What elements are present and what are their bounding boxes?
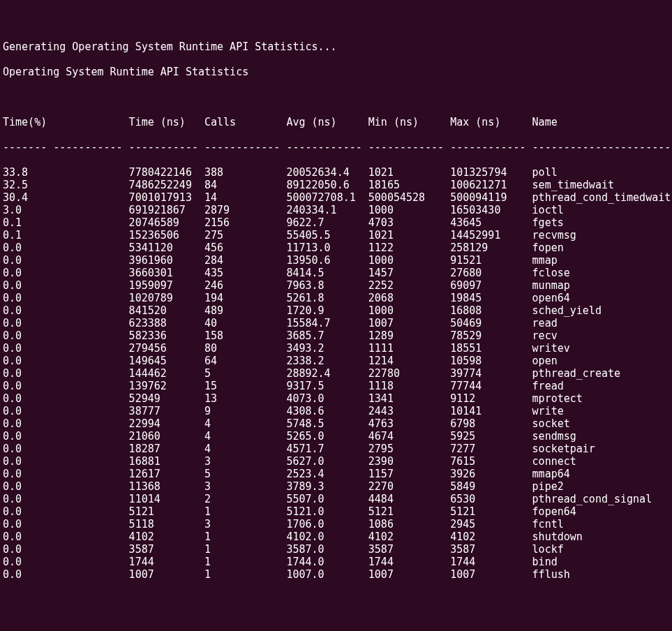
blank-line (3, 618, 672, 631)
os-api-stats-row: 0.0 139762 15 9317.5 1118 77744 fread (3, 380, 672, 392)
os-api-stats-row: 0.0 21060 4 5265.0 4674 5925 sendmsg (3, 430, 672, 443)
os-api-stats-row: 0.0 38777 9 4308.6 2443 10141 write (3, 405, 672, 417)
os-api-stats-row: 0.0 149645 64 2338.2 1214 10598 open (3, 355, 672, 367)
os-api-stats-row: 0.0 1959097 246 7963.8 2252 69097 munmap (3, 279, 672, 292)
os-api-stats-row: 0.0 1744 1 1744.0 1744 1744 bind (3, 556, 672, 568)
os-api-stats-row: 0.0 623388 40 15584.7 1007 50469 read (3, 317, 672, 329)
os-api-stats-row: 32.5 7486252249 84 89122050.6 18165 1006… (3, 179, 672, 191)
os-api-stats-row: 0.0 18287 4 4571.7 2795 7277 socketpair (3, 443, 672, 455)
blank-line (3, 91, 672, 103)
os-api-stats-row: 0.0 52949 13 4073.0 1341 9112 mprotect (3, 392, 672, 405)
os-api-stats-row: 33.8 7780422146 388 20052634.4 1021 1013… (3, 166, 672, 179)
section1-separator-row: ------- ----------- ----------- --------… (3, 141, 672, 154)
section1-gen-line: Generating Operating System Runtime API … (3, 40, 672, 53)
section1-title-line: Operating System Runtime API Statistics (3, 66, 672, 78)
os-api-stats-row: 0.0 11368 3 3789.3 2270 5849 pipe2 (3, 480, 672, 493)
os-api-stats-row: 0.0 144462 5 28892.4 22780 39774 pthread… (3, 367, 672, 380)
os-api-stats-row: 0.0 279456 80 3493.2 1111 18551 writev (3, 342, 672, 355)
os-api-stats-row: 0.0 5341120 456 11713.0 1122 258129 fope… (3, 242, 672, 254)
os-api-stats-row: 0.1 20746589 2156 9622.7 4703 43645 fget… (3, 216, 672, 229)
os-api-stats-row: 0.0 11014 2 5507.0 4484 6530 pthread_con… (3, 493, 672, 505)
os-api-stats-row: 0.0 3660301 435 8414.5 1457 27680 fclose (3, 267, 672, 279)
os-api-stats-row: 0.0 3961960 284 13950.6 1000 91521 mmap (3, 254, 672, 267)
os-api-stats-row: 0.0 5118 3 1706.0 1086 2945 fcntl (3, 518, 672, 530)
os-api-stats-row: 0.0 3587 1 3587.0 3587 3587 lockf (3, 543, 672, 556)
blank-line (3, 593, 672, 606)
terminal-screen[interactable]: Generating Operating System Runtime API … (0, 25, 672, 631)
os-api-stats-row: 0.0 12617 5 2523.4 1157 3926 mmap64 (3, 468, 672, 480)
os-api-stats-row: 0.0 841520 489 1720.9 1000 16808 sched_y… (3, 304, 672, 317)
os-api-stats-row: 0.0 1020789 194 5261.8 2068 19845 open64 (3, 292, 672, 304)
os-api-stats-row: 0.0 5121 1 5121.0 5121 5121 fopen64 (3, 505, 672, 518)
os-api-stats-row: 3.0 691921867 2879 240334.1 1000 1650343… (3, 204, 672, 216)
os-api-stats-row: 0.0 4102 1 4102.0 4102 4102 shutdown (3, 530, 672, 543)
os-api-stats-row: 0.1 15236506 275 55405.5 1021 14452991 r… (3, 229, 672, 242)
section1-header-row: Time(%) Time (ns) Calls Avg (ns) Min (ns… (3, 116, 672, 128)
os-api-stats-row: 0.0 16881 3 5627.0 2390 7615 connect (3, 455, 672, 468)
os-api-stats-row: 0.0 582336 158 3685.7 1289 78529 recv (3, 329, 672, 342)
os-api-stats-row: 0.0 22994 4 5748.5 4763 6798 socket (3, 417, 672, 430)
os-api-stats-row: 30.4 7001017913 14 500072708.1 500054528… (3, 191, 672, 204)
os-api-stats-row: 0.0 1007 1 1007.0 1007 1007 fflush (3, 568, 672, 581)
